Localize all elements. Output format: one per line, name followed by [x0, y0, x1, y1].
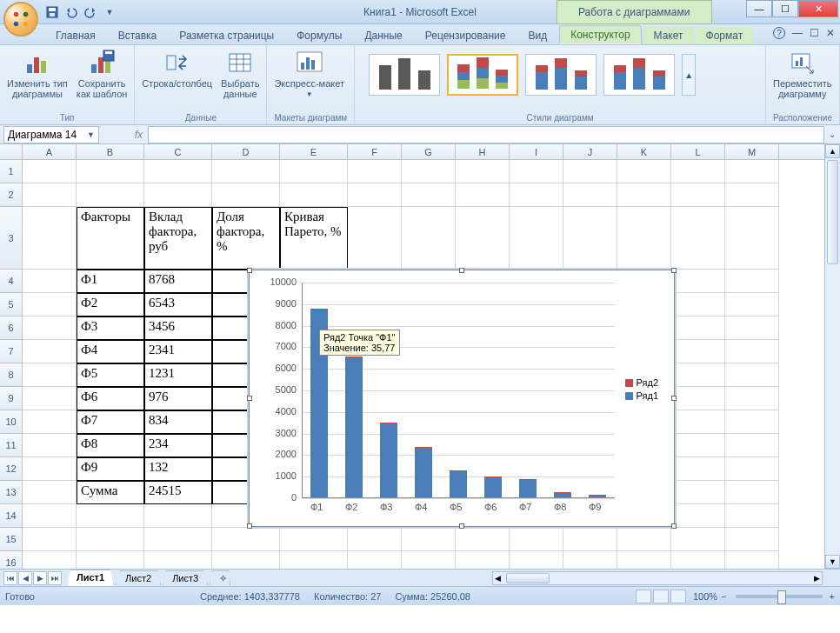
chart-bar[interactable] — [519, 479, 537, 480]
col-header[interactable]: J — [563, 144, 617, 159]
cell[interactable] — [510, 551, 563, 569]
cell[interactable] — [725, 160, 779, 183]
cell[interactable]: 6543 — [144, 293, 212, 316]
chart-style-2[interactable] — [447, 54, 518, 96]
zoom-out-icon[interactable]: − — [721, 591, 726, 602]
row-header[interactable]: 5 — [0, 293, 23, 316]
row-header[interactable]: 7 — [0, 340, 23, 363]
cell[interactable] — [671, 457, 725, 481]
resize-handle[interactable] — [671, 396, 677, 401]
cell[interactable] — [617, 528, 671, 551]
zoom-slider[interactable] — [736, 595, 823, 598]
cell[interactable]: 24515 — [144, 481, 212, 504]
cell[interactable] — [348, 551, 402, 569]
cell[interactable] — [23, 434, 77, 457]
chart-bar[interactable] — [519, 480, 537, 498]
cell[interactable] — [456, 160, 510, 183]
quick-layout-button[interactable]: Экспресс-макет ▼ — [274, 49, 344, 98]
row-header[interactable]: 6 — [0, 316, 23, 340]
mdi-close-icon[interactable]: ✕ — [826, 27, 835, 39]
cell[interactable]: 2341 — [144, 340, 212, 363]
legend-item[interactable]: Ряд1 — [625, 390, 658, 401]
undo-icon[interactable] — [64, 5, 78, 19]
cell[interactable]: 132 — [144, 457, 212, 481]
page-break-view-icon[interactable] — [670, 590, 686, 603]
cell[interactable]: Ф9 — [77, 457, 144, 481]
col-header[interactable]: A — [23, 144, 77, 159]
page-layout-view-icon[interactable] — [653, 590, 669, 603]
new-sheet-icon[interactable]: ✧ — [210, 570, 230, 586]
cell[interactable] — [725, 340, 779, 363]
sheet-tab[interactable]: Лист1 — [67, 570, 114, 586]
cell[interactable]: Ф2 — [77, 293, 144, 316]
cell[interactable] — [77, 160, 144, 183]
cell[interactable] — [77, 551, 144, 569]
row-header[interactable]: 14 — [0, 504, 23, 528]
col-header[interactable]: G — [402, 144, 456, 159]
chart-style-1[interactable] — [369, 54, 440, 96]
redo-icon[interactable] — [83, 5, 97, 19]
tab-design[interactable]: Конструктор — [559, 25, 641, 44]
tab-insert[interactable]: Вставка — [108, 27, 168, 44]
cell[interactable] — [563, 551, 617, 569]
cell[interactable] — [671, 293, 725, 316]
scroll-up-icon[interactable]: ▲ — [825, 144, 840, 158]
tab-last-icon[interactable]: ⏭ — [48, 571, 62, 585]
col-header[interactable]: D — [212, 144, 280, 159]
cell[interactable] — [23, 551, 77, 569]
cell[interactable] — [23, 316, 77, 340]
tab-data[interactable]: Данные — [354, 27, 412, 44]
maximize-button[interactable]: ☐ — [772, 0, 798, 17]
cell[interactable]: 234 — [144, 434, 212, 457]
cell[interactable] — [671, 551, 725, 569]
cell[interactable] — [671, 481, 725, 504]
cell[interactable] — [23, 207, 77, 270]
cell[interactable] — [456, 551, 510, 569]
cell[interactable]: Сумма — [77, 481, 144, 504]
cell[interactable] — [23, 293, 77, 316]
cell[interactable] — [280, 551, 348, 569]
cell[interactable]: Доля фактора, % — [212, 207, 280, 270]
chart-bar[interactable] — [554, 492, 571, 493]
save-icon[interactable] — [45, 5, 59, 19]
cell[interactable] — [456, 528, 510, 551]
chart-bar[interactable] — [380, 423, 397, 423]
sheet-tab[interactable]: Лист2 — [116, 570, 161, 585]
cell[interactable] — [671, 207, 725, 270]
cell[interactable]: Ф1 — [77, 270, 144, 293]
cell[interactable] — [23, 363, 77, 387]
minimize-button[interactable]: — — [746, 0, 772, 17]
switch-row-col-button[interactable]: Строка/столбец — [142, 49, 212, 89]
cell[interactable] — [671, 387, 725, 410]
resize-handle[interactable] — [671, 268, 677, 273]
tab-view[interactable]: Вид — [517, 27, 557, 44]
cell[interactable] — [671, 160, 725, 183]
cell[interactable] — [671, 410, 725, 434]
cell[interactable] — [402, 207, 456, 270]
chart-bar[interactable] — [484, 477, 502, 498]
zoom-value[interactable]: 100% — [693, 591, 717, 602]
col-header[interactable]: I — [510, 144, 563, 159]
tab-review[interactable]: Рецензирование — [415, 27, 517, 44]
cell[interactable] — [563, 207, 617, 270]
chart-bar[interactable] — [310, 309, 328, 310]
cell[interactable]: Ф4 — [77, 340, 144, 363]
cell[interactable] — [23, 270, 77, 293]
normal-view-icon[interactable] — [636, 590, 651, 603]
tab-first-icon[interactable]: ⏮ — [3, 571, 17, 585]
formula-input[interactable] — [148, 126, 824, 143]
mdi-minimize-icon[interactable]: — — [792, 27, 803, 39]
cell[interactable] — [725, 457, 779, 481]
cell[interactable] — [617, 551, 671, 569]
col-header[interactable]: M — [725, 144, 779, 159]
tab-formulas[interactable]: Формулы — [286, 27, 352, 44]
cell[interactable] — [23, 160, 77, 183]
row-header[interactable]: 8 — [0, 363, 23, 387]
cell[interactable]: Ф3 — [77, 316, 144, 340]
cell[interactable] — [280, 183, 348, 207]
cell[interactable] — [348, 207, 402, 270]
cell[interactable] — [510, 183, 563, 207]
cell[interactable]: 976 — [144, 387, 212, 410]
cell[interactable] — [280, 528, 348, 551]
select-all-button[interactable] — [0, 144, 23, 159]
